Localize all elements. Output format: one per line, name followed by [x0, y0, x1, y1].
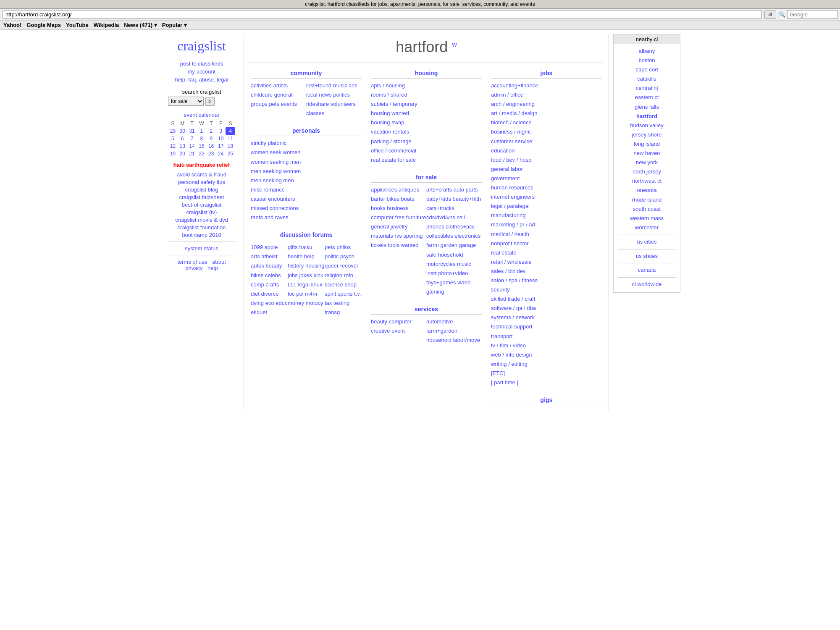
nearby-new-haven[interactable]: new haven [618, 149, 676, 158]
terms-link[interactable]: terms of use [177, 259, 207, 265]
sale-computer[interactable]: computer [371, 214, 394, 220]
forum-comp[interactable]: comp [251, 281, 264, 288]
housing-parking[interactable]: parking / storage [371, 137, 482, 146]
sale-household[interactable]: household [438, 252, 463, 258]
service-creative[interactable]: creative [371, 328, 390, 334]
service-beauty[interactable]: beauty [371, 318, 387, 325]
forum-haiku[interactable]: haiku [299, 244, 312, 250]
forum-tv[interactable]: t.v. [354, 291, 361, 297]
canada-link[interactable]: canada [618, 265, 676, 276]
nearby-eastern-ct[interactable]: eastern ct [618, 93, 676, 102]
forum-history[interactable]: history [288, 262, 304, 269]
housing-rooms[interactable]: rooms / shared [371, 90, 482, 100]
haiti-link[interactable]: haiti earthquake relief [168, 162, 235, 168]
housing-wanted[interactable]: housing wanted [371, 109, 482, 118]
help-footer-link[interactable]: help [207, 265, 218, 271]
movie-dvd-link[interactable]: craigslist movie & dvd [168, 217, 235, 223]
forum-m4m[interactable]: m4m [305, 291, 317, 297]
community-link-rideshare[interactable]: rideshare [306, 101, 329, 107]
job-admin[interactable]: admin / office [491, 90, 602, 100]
cal-day-today[interactable]: 4 [226, 127, 235, 135]
job-retail[interactable]: retail / wholesale [491, 257, 602, 267]
bootcamp-link[interactable]: boot camp 2010 [168, 232, 235, 238]
sale-cars-trucks[interactable]: cars+trucks [426, 205, 454, 211]
sale-business[interactable]: business [387, 205, 408, 211]
privacy-link[interactable]: privacy [185, 265, 202, 271]
forum-linux[interactable]: linux [311, 281, 323, 288]
nearby-oneonta[interactable]: oneonta [618, 186, 676, 195]
cal-day[interactable]: 23 [206, 150, 216, 158]
forum-politic[interactable]: politic [325, 253, 339, 260]
forum-jobs[interactable]: jobs [288, 272, 298, 278]
community-link-classes[interactable]: classes [306, 110, 324, 116]
forum-rofo[interactable]: rofo [344, 272, 353, 278]
sale-tools[interactable]: tools [388, 242, 399, 248]
job-marketing[interactable]: marketing / pr / ad [491, 220, 602, 229]
personals-misc-romance[interactable]: misc romance [251, 185, 362, 194]
sale-arts-crafts[interactable]: arts+crafts [426, 186, 452, 193]
job-nonprofit[interactable]: nonprofit sector [491, 239, 602, 248]
forum-divorce[interactable]: divorce [261, 291, 279, 297]
bookmark-news[interactable]: News (471) [124, 22, 157, 28]
forum-crafts[interactable]: crafts [265, 281, 279, 288]
forum-gifts[interactable]: gifts [288, 244, 298, 250]
cl-worldwide-link[interactable]: cl worldwide [618, 279, 676, 290]
forum-diet[interactable]: diet [251, 291, 260, 297]
cal-day[interactable]: 19 [168, 150, 178, 158]
forum-jokes[interactable]: jokes [299, 272, 312, 278]
forum-apple[interactable]: apple [265, 244, 278, 250]
job-internet[interactable]: internet engineers [491, 192, 602, 202]
forum-legal[interactable]: legal [298, 281, 310, 288]
forum-money[interactable]: money [288, 300, 304, 306]
nearby-cape-cod[interactable]: cape cod [618, 65, 676, 74]
cal-day[interactable]: 18 [226, 142, 235, 150]
cal-day[interactable]: 31 [187, 127, 197, 135]
sale-materials[interactable]: materials [371, 233, 393, 239]
craigslist-logo[interactable]: craigslist [168, 38, 235, 54]
sale-furniture[interactable]: furniture [406, 214, 426, 220]
service-automotive[interactable]: automotive [426, 318, 453, 325]
personals-rants-raves[interactable]: rants and raves [251, 213, 362, 222]
job-skilled-trade[interactable]: skilled trade / craft [491, 294, 602, 304]
forum-testing[interactable]: testing [333, 300, 349, 306]
forum-health[interactable]: health [288, 253, 302, 260]
job-government[interactable]: government [491, 174, 602, 183]
forum-arts[interactable]: arts [251, 253, 260, 260]
browser-search-input[interactable] [787, 10, 837, 19]
forum-help[interactable]: help [304, 253, 315, 260]
job-technical[interactable]: technical support [491, 322, 602, 331]
job-real-estate[interactable]: real estate [491, 248, 602, 257]
job-tv[interactable]: tv / film / video [491, 341, 602, 350]
bookmark-google-maps[interactable]: Google Maps [26, 22, 61, 28]
service-event[interactable]: event [391, 328, 405, 334]
job-business[interactable]: business / mgmt [491, 127, 602, 136]
about-link[interactable]: about [212, 259, 226, 265]
forum-religion[interactable]: religion [325, 272, 342, 278]
housing-office[interactable]: office / commercial [371, 146, 482, 155]
forum-beauty[interactable]: beauty [265, 262, 282, 269]
refresh-button[interactable]: ↺ [764, 10, 776, 19]
forum-loc-pol[interactable]: loc pol [288, 291, 304, 297]
housing-real-estate[interactable]: real estate for sale [371, 155, 482, 165]
community-link-childcare[interactable]: childcare [251, 92, 273, 98]
bookmark-youtube[interactable]: YouTube [66, 22, 89, 28]
nearby-south-coast[interactable]: south coast [618, 205, 676, 214]
cal-day[interactable]: 14 [187, 142, 197, 150]
cal-day[interactable]: 25 [226, 150, 235, 158]
sale-antiques[interactable]: antiques [399, 186, 419, 193]
cal-day[interactable]: 29 [168, 127, 178, 135]
sale-books[interactable]: books [371, 205, 386, 211]
job-part-time[interactable]: [ part time ] [491, 378, 602, 387]
personal-safety-link[interactable]: personal safety tips [168, 179, 235, 185]
community-link-events[interactable]: events [281, 101, 297, 107]
forum-educ[interactable]: educ [276, 300, 287, 306]
cal-day[interactable]: 20 [178, 150, 187, 158]
sale-photo-video[interactable]: photo+video [438, 270, 468, 276]
nearby-western-mass[interactable]: western mass [618, 214, 676, 223]
job-education[interactable]: education [491, 146, 602, 155]
job-sales[interactable]: sales / biz dev [491, 267, 602, 276]
forum-pets[interactable]: pets [325, 244, 335, 250]
us-states-link[interactable]: us states [618, 251, 676, 262]
community-link-artists[interactable]: artists [273, 82, 288, 89]
personals-women-seeking-men[interactable]: women seeking men [251, 158, 362, 167]
